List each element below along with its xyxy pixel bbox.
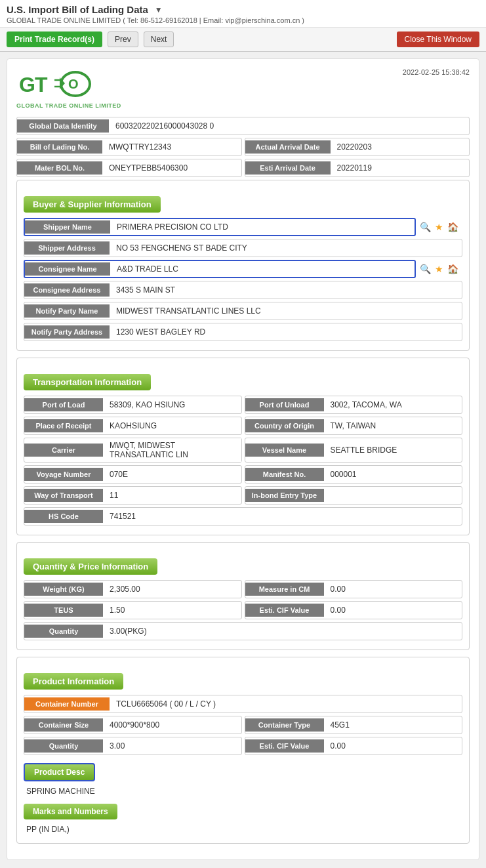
prev-button[interactable]: Prev [108,31,138,47]
product-info-section: Product Information Container Number TCL… [16,657,470,844]
quantity-price-section: Quantity & Price Information Weight (KG)… [16,542,470,650]
container-type-label: Container Type [245,718,324,732]
place-of-receipt-label: Place of Receipt [24,419,103,432]
esti-arrival-value: 20220119 [331,161,470,175]
marks-and-numbers-value: PP (IN DIA,) [24,822,462,837]
teus-label: TEUS [24,604,103,617]
carrier-row: Carrier MWQT, MIDWEST TRANSATLANTIC LIN [24,438,242,463]
esti-arrival-label: Esti Arrival Date [245,161,331,175]
svg-text:G: G [19,73,35,96]
voyage-number-row: Voyage Number 070E [24,465,242,484]
place-of-receipt-value: KAOHSIUNG [103,419,241,433]
notify-party-address-label: Notify Party Address [24,325,110,339]
shipper-search-icon[interactable]: 🔍 [420,222,431,232]
measure-label: Measure in CM [245,583,324,596]
carrier-value: MWQT, MIDWEST TRANSATLANTIC LIN [103,438,241,462]
way-of-transport-row: Way of Transport 11 [24,486,242,505]
voyage-manifest-row: Voyage Number 070E Manifest No. 000001 [24,465,462,484]
product-desc-value: SPRING MACHINE [24,784,462,798]
container-size-type-row: Container Size 4000*900*800 Container Ty… [24,716,462,734]
port-of-unload-label: Port of Unload [245,398,324,411]
logo-area: G T O GLOBAL TRADE ONLINE LIMITED [16,68,121,109]
prod-quantity-label: Quantity [24,739,103,753]
dropdown-icon[interactable]: ▼ [155,5,163,14]
transportation-header: Transportation Information [24,374,151,390]
shipper-star-icon[interactable]: ★ [435,222,443,232]
transport-inbond-row: Way of Transport 11 In-bond Entry Type [24,486,462,505]
way-of-transport-label: Way of Transport [24,489,103,502]
vessel-name-value: SEATTLE BRIDGE [324,443,462,457]
notify-party-address-value: 1230 WEST BAGLEY RD [110,325,462,339]
close-button[interactable]: Close This Window [397,31,479,47]
global-data-row: Global Data Identity 6003202202160000430… [16,117,470,135]
mater-esti-row: Mater BOL No. ONEYTPEBB5406300 Esti Arri… [16,159,470,177]
toolbar: Print Trade Record(s) Prev Next Close Th… [0,28,486,52]
next-button[interactable]: Next [144,31,174,47]
container-number-label: Container Number [24,697,110,711]
shipper-name-value: PRIMERA PRECISION CO LTD [110,220,415,234]
carrier-label: Carrier [24,444,103,457]
place-of-receipt-row: Place of Receipt KAOHSIUNG [24,417,242,435]
container-size-label: Container Size [24,718,103,732]
prod-esti-cif-label: Esti. CIF Value [245,739,324,753]
measure-row: Measure in CM 0.00 [245,580,463,598]
bill-of-lading-label: Bill of Lading No. [17,140,102,154]
bill-of-lading-row: Bill of Lading No. MWQTTRY12343 [16,138,242,156]
shipper-home-icon[interactable]: 🏠 [447,222,458,232]
shipper-name-row: Shipper Name PRIMERA PRECISION CO LTD [24,218,416,236]
country-of-origin-row: Country of Origin TW, TAIWAN [245,417,463,435]
port-of-load-label: Port of Load [24,398,103,411]
container-number-row: Container Number TCLU6665064 ( 00 / L / … [24,695,462,713]
weight-value: 2,305.00 [103,582,241,596]
company-subtitle: GLOBAL TRADE ONLINE LIMITED ( Tel: 86-51… [7,16,479,24]
inbond-entry-label: In-bond Entry Type [245,489,324,502]
port-of-load-value: 58309, KAO HSIUNG [103,398,241,412]
consignee-star-icon[interactable]: ★ [435,264,443,274]
container-number-value: TCLU6665064 ( 00 / L / CY ) [110,697,462,711]
mater-bol-label: Mater BOL No. [17,161,102,175]
prod-esti-cif-row: Esti. CIF Value 0.00 [245,737,463,755]
inbond-entry-value [324,493,462,498]
mater-bol-row: Mater BOL No. ONEYTPEBB5406300 [16,159,242,177]
notify-party-name-row: Notify Party Name MIDWEST TRANSATLANTIC … [24,302,462,320]
main-content: G T O GLOBAL TRADE ONLINE LIMITED 2022-0… [7,58,479,860]
shipper-name-row-wrapper: Shipper Name PRIMERA PRECISION CO LTD 🔍 … [24,218,462,236]
print-button[interactable]: Print Trade Record(s) [7,31,102,47]
top-bar: U.S. Import Bill of Lading Data ▼ GLOBAL… [0,0,486,28]
actual-arrival-value: 20220203 [331,140,470,154]
product-desc-label[interactable]: Product Desc [24,763,95,781]
esti-arrival-row: Esti Arrival Date 20220119 [245,159,470,177]
esti-cif-row: Esti. CIF Value 0.00 [245,601,463,619]
esti-cif-value: 0.00 [324,603,462,617]
quantity-price-header: Quantity & Price Information [24,558,157,575]
way-of-transport-value: 11 [103,488,241,503]
container-size-row: Container Size 4000*900*800 [24,716,242,734]
bol-arrival-row: Bill of Lading No. MWQTTRY12343 Actual A… [16,138,470,156]
consignee-home-icon[interactable]: 🏠 [447,264,458,274]
container-size-value: 4000*900*800 [103,718,241,732]
product-info-header: Product Information [24,673,123,690]
port-of-load-row: Port of Load 58309, KAO HSIUNG [24,396,242,414]
port-row: Port of Load 58309, KAO HSIUNG Port of U… [24,396,462,414]
shipper-address-value: NO 53 FENGCHENG ST BADE CITY [110,241,462,255]
country-of-origin-label: Country of Origin [245,419,324,432]
global-data-identity-value: 600320220216000043028 0 [109,119,469,133]
weight-row: Weight (KG) 2,305.00 [24,580,242,598]
measure-value: 0.00 [324,582,462,596]
voyage-number-value: 070E [103,467,241,482]
product-desc-wrapper: Product Desc SPRING MACHINE [24,759,462,798]
container-type-value: 45G1 [324,718,462,732]
consignee-address-label: Consignee Address [24,283,110,297]
svg-text:T: T [35,73,48,96]
marks-and-numbers-label[interactable]: Marks and Numbers [24,804,117,819]
teus-row: TEUS 1.50 [24,601,242,619]
consignee-search-icon[interactable]: 🔍 [420,264,431,274]
svg-text:O: O [68,77,79,91]
consignee-name-value: A&D TRADE LLC [110,262,415,276]
page-title: U.S. Import Bill of Lading Data ▼ [7,4,479,15]
weight-label: Weight (KG) [24,583,103,596]
vessel-name-label: Vessel Name [245,444,324,457]
transportation-section: Transportation Information Port of Load … [16,358,470,535]
shipper-name-label: Shipper Name [25,220,110,234]
timestamp: 2022-02-25 15:38:42 [403,68,470,76]
